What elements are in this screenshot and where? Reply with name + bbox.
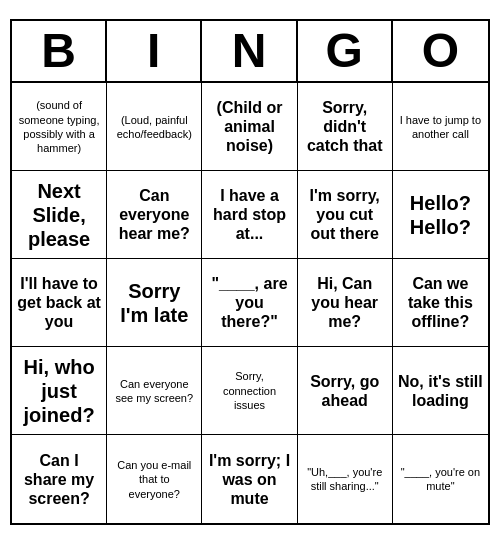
bingo-card: BINGO (sound of someone typing, possibly… [10, 19, 490, 526]
cell-text-2: (Child or animal noise) [207, 98, 291, 156]
bingo-cell-15: Hi, who just joined? [12, 347, 107, 435]
cell-text-10: I'll have to get back at you [17, 274, 101, 332]
cell-text-12: "____, are you there?" [207, 274, 291, 332]
bingo-cell-11: Sorry I'm late [107, 259, 202, 347]
cell-text-3: Sorry, didn't catch that [303, 98, 387, 156]
bingo-cell-8: I'm sorry, you cut out there [298, 171, 393, 259]
cell-text-22: I'm sorry; I was on mute [207, 451, 291, 509]
bingo-cell-13: Hi, Can you hear me? [298, 259, 393, 347]
bingo-cell-18: Sorry, go ahead [298, 347, 393, 435]
bingo-cell-10: I'll have to get back at you [12, 259, 107, 347]
bingo-cell-6: Can everyone hear me? [107, 171, 202, 259]
cell-text-8: I'm sorry, you cut out there [303, 186, 387, 244]
cell-text-1: (Loud, painful echo/feedback) [112, 113, 196, 142]
bingo-cell-2: (Child or animal noise) [202, 83, 297, 171]
bingo-cell-0: (sound of someone typing, possibly with … [12, 83, 107, 171]
header-letter-O: O [393, 21, 488, 82]
cell-text-6: Can everyone hear me? [112, 186, 196, 244]
bingo-header: BINGO [12, 21, 488, 84]
bingo-cell-14: Can we take this offline? [393, 259, 488, 347]
bingo-cell-21: Can you e-mail that to everyone? [107, 435, 202, 523]
cell-text-18: Sorry, go ahead [303, 372, 387, 410]
bingo-cell-19: No, it's still loading [393, 347, 488, 435]
bingo-cell-9: Hello? Hello? [393, 171, 488, 259]
bingo-cell-7: I have a hard stop at... [202, 171, 297, 259]
bingo-cell-24: "____, you're on mute" [393, 435, 488, 523]
header-letter-I: I [107, 21, 202, 82]
cell-text-5: Next Slide, please [17, 179, 101, 251]
bingo-cell-5: Next Slide, please [12, 171, 107, 259]
bingo-cell-17: Sorry, connection issues [202, 347, 297, 435]
bingo-cell-16: Can everyone see my screen? [107, 347, 202, 435]
bingo-grid: (sound of someone typing, possibly with … [12, 83, 488, 523]
cell-text-16: Can everyone see my screen? [112, 377, 196, 406]
cell-text-17: Sorry, connection issues [207, 369, 291, 412]
cell-text-13: Hi, Can you hear me? [303, 274, 387, 332]
bingo-cell-3: Sorry, didn't catch that [298, 83, 393, 171]
bingo-cell-12: "____, are you there?" [202, 259, 297, 347]
header-letter-B: B [12, 21, 107, 82]
cell-text-20: Can I share my screen? [17, 451, 101, 509]
cell-text-23: "Uh,___, you're still sharing..." [303, 465, 387, 494]
bingo-cell-4: I have to jump to another call [393, 83, 488, 171]
cell-text-7: I have a hard stop at... [207, 186, 291, 244]
bingo-cell-22: I'm sorry; I was on mute [202, 435, 297, 523]
bingo-cell-20: Can I share my screen? [12, 435, 107, 523]
cell-text-14: Can we take this offline? [398, 274, 483, 332]
bingo-cell-23: "Uh,___, you're still sharing..." [298, 435, 393, 523]
cell-text-21: Can you e-mail that to everyone? [112, 458, 196, 501]
cell-text-15: Hi, who just joined? [17, 355, 101, 427]
cell-text-9: Hello? Hello? [398, 191, 483, 239]
cell-text-0: (sound of someone typing, possibly with … [17, 98, 101, 155]
cell-text-4: I have to jump to another call [398, 113, 483, 142]
cell-text-24: "____, you're on mute" [398, 465, 483, 494]
cell-text-19: No, it's still loading [398, 372, 483, 410]
header-letter-N: N [202, 21, 297, 82]
bingo-cell-1: (Loud, painful echo/feedback) [107, 83, 202, 171]
header-letter-G: G [298, 21, 393, 82]
cell-text-11: Sorry I'm late [112, 279, 196, 327]
